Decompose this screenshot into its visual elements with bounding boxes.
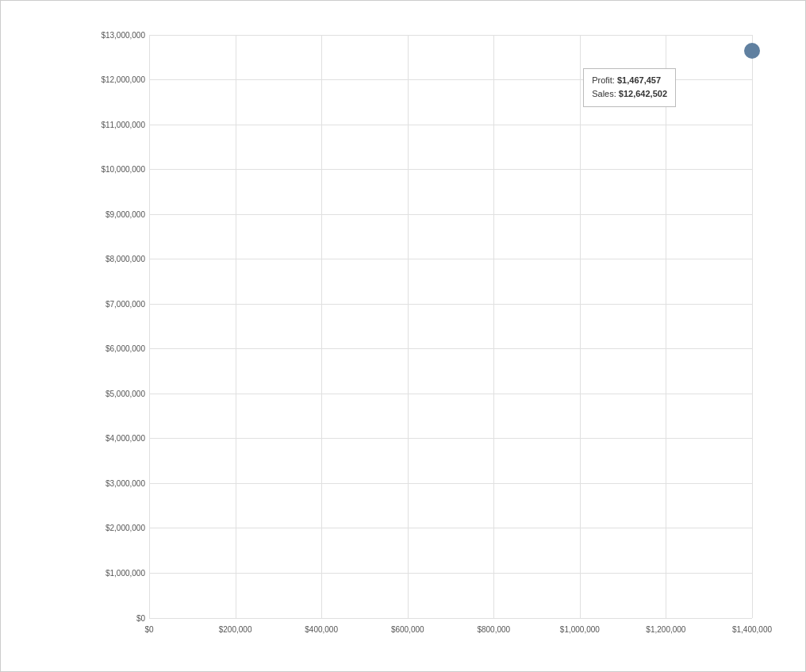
x-tick-label: $0 <box>144 625 153 634</box>
y-tick-label: $7,000,000 <box>74 299 145 308</box>
grid-line-vertical <box>236 35 236 618</box>
y-tick-label: $10,000,000 <box>74 165 145 174</box>
grid-line-horizontal <box>149 125 752 125</box>
y-tick-label: $3,000,000 <box>74 478 145 487</box>
y-tick-label: $11,000,000 <box>74 120 145 129</box>
tooltip-profit-value: $1,467,457 <box>617 75 661 85</box>
tooltip-profit-label: Profit: <box>592 75 615 85</box>
grid-line-vertical <box>752 35 753 618</box>
x-tick-label: $1,400,000 <box>732 625 772 634</box>
grid-line-horizontal <box>149 348 752 349</box>
y-tick-label: $13,000,000 <box>74 30 145 39</box>
y-tick-label: $8,000,000 <box>74 255 145 263</box>
grid-line-vertical <box>149 35 150 618</box>
y-tick-label: $6,000,000 <box>74 344 145 353</box>
grid-line-horizontal <box>149 438 752 439</box>
grid-line-vertical <box>666 35 666 618</box>
grid-line-vertical <box>493 35 494 618</box>
data-tooltip: Profit: $1,467,457Sales: $12,642,502 <box>583 68 676 107</box>
grid-line-vertical <box>321 35 322 618</box>
grid-line-horizontal <box>149 214 752 215</box>
grid-line-horizontal <box>149 169 752 170</box>
grid-line-horizontal <box>149 35 752 36</box>
chart-area: $0$1,000,000$2,000,000$3,000,000$4,000,0… <box>70 27 760 654</box>
y-tick-label: $12,000,000 <box>74 75 145 84</box>
y-tick-label: $4,000,000 <box>74 434 145 443</box>
y-tick-label: $5,000,000 <box>74 389 145 397</box>
grid-line-horizontal <box>149 483 752 484</box>
y-tick-label: $2,000,000 <box>74 524 145 532</box>
grid-line-horizontal <box>149 394 752 394</box>
x-tick-label: $1,000,000 <box>560 625 600 634</box>
tooltip-sales-value: $12,642,502 <box>619 89 667 98</box>
grid-line-vertical <box>408 35 409 618</box>
grid-line-horizontal <box>149 618 752 619</box>
x-tick-label: $200,000 <box>219 625 252 634</box>
y-tick-label: $9,000,000 <box>74 209 145 218</box>
x-tick-label: $400,000 <box>305 625 338 634</box>
y-tick-label: $1,000,000 <box>74 568 145 577</box>
data-point[interactable] <box>744 43 760 59</box>
x-tick-label: $800,000 <box>477 625 510 634</box>
x-tick-label: $600,000 <box>391 625 424 634</box>
grid-line-horizontal <box>149 528 752 528</box>
y-tick-label: $0 <box>74 613 145 622</box>
grid-line-horizontal <box>149 304 752 305</box>
grid-line-horizontal <box>149 259 752 259</box>
chart-container: $0$1,000,000$2,000,000$3,000,000$4,000,0… <box>0 0 806 672</box>
grid-line-vertical <box>580 35 581 618</box>
grid-line-horizontal <box>149 573 752 574</box>
tooltip-sales-label: Sales: <box>592 89 616 98</box>
x-tick-label: $1,200,000 <box>646 625 685 634</box>
plot-area: $0$1,000,000$2,000,000$3,000,000$4,000,0… <box>149 35 752 618</box>
